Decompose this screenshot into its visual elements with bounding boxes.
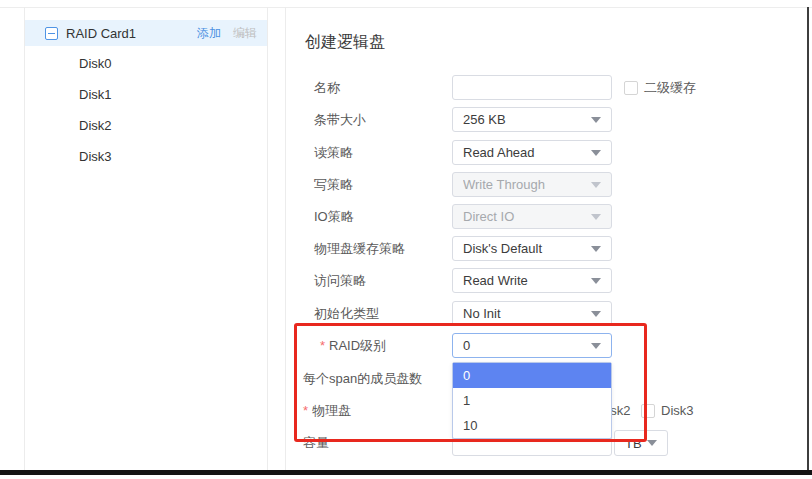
- tree-item-disk1[interactable]: Disk1: [79, 87, 199, 105]
- frame-bottom-border: [0, 470, 812, 475]
- panel-left-border: [285, 7, 286, 470]
- write-policy-label: 写策略: [314, 172, 454, 197]
- raid-level-value: 0: [463, 338, 591, 353]
- raid-level-label: *RAID级别: [320, 333, 460, 358]
- stripe-size-label: 条带大小: [314, 107, 454, 132]
- chevron-down-icon: [647, 440, 657, 446]
- read-policy-label: 读策略: [314, 140, 454, 165]
- required-asterisk: *: [320, 338, 325, 353]
- frame-top-border: [0, 7, 812, 8]
- dropdown-option-10[interactable]: 10: [453, 413, 611, 438]
- edit-link[interactable]: 编辑: [233, 26, 257, 40]
- read-policy-value: Read Ahead: [463, 145, 591, 160]
- disk3-checkbox-label: Disk3: [661, 403, 694, 418]
- name-label: 名称: [314, 75, 454, 100]
- sidebar-right-border: [267, 7, 268, 470]
- capacity-unit-value: TB: [625, 436, 647, 451]
- access-policy-label: 访问策略: [314, 268, 454, 293]
- chevron-down-icon: [591, 182, 601, 188]
- tree-node-raid-card[interactable]: RAID Card1 添加编辑: [25, 20, 267, 46]
- capacity-unit-select[interactable]: TB: [614, 430, 668, 456]
- pd-cache-policy-value: Disk's Default: [463, 241, 591, 256]
- init-type-select[interactable]: No Init: [452, 301, 612, 326]
- chevron-down-icon: [591, 278, 601, 284]
- collapse-minus-icon[interactable]: [45, 27, 58, 40]
- io-policy-value: Direct IO: [463, 209, 591, 224]
- chevron-down-icon: [591, 311, 601, 317]
- stripe-size-value: 256 KB: [463, 112, 591, 127]
- io-policy-label: IO策略: [314, 204, 454, 229]
- dropdown-option-0[interactable]: 0: [453, 363, 611, 388]
- raid-level-select[interactable]: 0: [452, 333, 612, 358]
- tree-item-disk2[interactable]: Disk2: [79, 118, 199, 136]
- screenshot-frame: RAID Card1 添加编辑 Disk0 Disk1 Disk2 Disk3 …: [0, 0, 812, 479]
- chevron-down-icon: [591, 150, 601, 156]
- chevron-down-icon: [591, 343, 601, 349]
- capacity-label: 容量: [303, 430, 443, 455]
- write-policy-select: Write Through: [452, 172, 612, 197]
- read-policy-select[interactable]: Read Ahead: [452, 140, 612, 165]
- name-input[interactable]: [452, 75, 612, 100]
- chevron-down-icon: [591, 214, 601, 220]
- init-type-label: 初始化类型: [314, 301, 454, 326]
- add-link[interactable]: 添加: [197, 26, 221, 40]
- required-asterisk: *: [303, 403, 308, 418]
- tree-item-disk0[interactable]: Disk0: [79, 56, 199, 74]
- pd-cache-policy-label: 物理盘缓存策略: [314, 236, 454, 261]
- raid-level-dropdown: 0 1 10: [452, 362, 612, 439]
- secondary-cache-checkbox[interactable]: [624, 81, 638, 95]
- dropdown-option-1[interactable]: 1: [453, 388, 611, 413]
- io-policy-select: Direct IO: [452, 204, 612, 229]
- frame-right-border: [807, 7, 809, 473]
- write-policy-value: Write Through: [463, 177, 591, 192]
- chevron-down-icon: [591, 246, 601, 252]
- stripe-size-select[interactable]: 256 KB: [452, 107, 612, 132]
- chevron-down-icon: [591, 117, 601, 123]
- tree-item-disk3[interactable]: Disk3: [79, 149, 199, 167]
- init-type-value: No Init: [463, 306, 591, 321]
- span-members-label: 每个span的成员盘数: [303, 366, 463, 391]
- access-policy-value: Read Write: [463, 273, 591, 288]
- disk3-checkbox[interactable]: [641, 404, 655, 418]
- pd-cache-policy-select[interactable]: Disk's Default: [452, 236, 612, 261]
- physical-disk-label: *物理盘: [303, 398, 443, 423]
- access-policy-select[interactable]: Read Write: [452, 268, 612, 293]
- tree-node-label: RAID Card1: [66, 26, 136, 41]
- sidebar-left-border: [24, 7, 25, 470]
- page-title: 创建逻辑盘: [305, 32, 385, 53]
- secondary-cache-label: 二级缓存: [644, 79, 696, 97]
